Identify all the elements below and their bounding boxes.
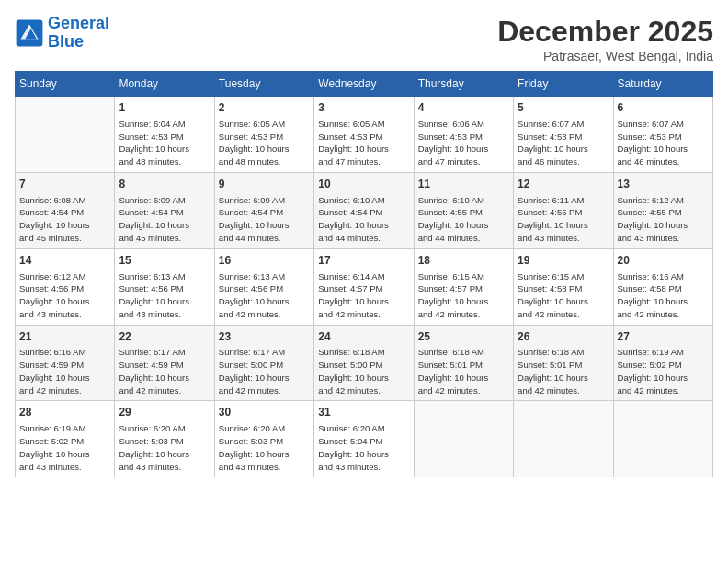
- logo: General Blue: [15, 15, 109, 52]
- day-info: Sunrise: 6:09 AM Sunset: 4:54 PM Dayligh…: [119, 194, 210, 245]
- day-info: Sunrise: 6:07 AM Sunset: 4:53 PM Dayligh…: [618, 118, 709, 168]
- calendar-day-cell: 31Sunrise: 6:20 AM Sunset: 5:04 PM Dayli…: [314, 401, 414, 477]
- calendar-day-cell: 12Sunrise: 6:11 AM Sunset: 4:55 PM Dayli…: [514, 172, 613, 248]
- calendar-day-cell: 16Sunrise: 6:13 AM Sunset: 4:56 PM Dayli…: [214, 248, 313, 325]
- day-number: 15: [119, 253, 210, 269]
- day-info: Sunrise: 6:14 AM Sunset: 4:57 PM Dayligh…: [318, 270, 409, 321]
- calendar-week-row: 7Sunrise: 6:08 AM Sunset: 4:54 PM Daylig…: [16, 172, 713, 248]
- day-info: Sunrise: 6:09 AM Sunset: 4:54 PM Dayligh…: [219, 194, 310, 245]
- day-number: 8: [119, 177, 210, 192]
- day-number: 12: [518, 177, 609, 192]
- day-number: 14: [19, 253, 110, 269]
- day-number: 1: [119, 100, 210, 116]
- calendar-week-row: 28Sunrise: 6:19 AM Sunset: 5:02 PM Dayli…: [16, 401, 713, 477]
- day-number: 3: [318, 100, 409, 116]
- page-header: General Blue December 2025 Patrasaer, We…: [15, 15, 713, 63]
- day-number: 4: [418, 100, 509, 116]
- calendar-day-cell: 11Sunrise: 6:10 AM Sunset: 4:55 PM Dayli…: [414, 172, 513, 248]
- calendar-header-row: SundayMondayTuesdayWednesdayThursdayFrid…: [16, 72, 713, 97]
- calendar-day-cell: [514, 401, 613, 477]
- day-info: Sunrise: 6:04 AM Sunset: 4:53 PM Dayligh…: [119, 118, 210, 168]
- logo-line2: Blue: [48, 32, 84, 51]
- day-info: Sunrise: 6:08 AM Sunset: 4:54 PM Dayligh…: [19, 194, 110, 245]
- day-info: Sunrise: 6:15 AM Sunset: 4:57 PM Dayligh…: [418, 270, 509, 321]
- calendar-day-cell: 23Sunrise: 6:17 AM Sunset: 5:00 PM Dayli…: [214, 325, 313, 401]
- calendar-day-cell: 27Sunrise: 6:19 AM Sunset: 5:02 PM Dayli…: [613, 325, 712, 401]
- day-info: Sunrise: 6:13 AM Sunset: 4:56 PM Dayligh…: [119, 270, 210, 321]
- day-info: Sunrise: 6:20 AM Sunset: 5:04 PM Dayligh…: [318, 422, 409, 473]
- day-info: Sunrise: 6:18 AM Sunset: 5:01 PM Dayligh…: [418, 346, 509, 396]
- logo-line1: General: [48, 14, 109, 32]
- calendar-day-cell: 9Sunrise: 6:09 AM Sunset: 4:54 PM Daylig…: [214, 172, 313, 248]
- calendar-day-cell: 21Sunrise: 6:16 AM Sunset: 4:59 PM Dayli…: [16, 325, 115, 401]
- day-info: Sunrise: 6:05 AM Sunset: 4:53 PM Dayligh…: [318, 118, 409, 168]
- calendar-day-cell: 19Sunrise: 6:15 AM Sunset: 4:58 PM Dayli…: [514, 248, 613, 325]
- day-number: 21: [19, 329, 110, 345]
- calendar-day-cell: 6Sunrise: 6:07 AM Sunset: 4:53 PM Daylig…: [613, 97, 712, 173]
- calendar-day-cell: 3Sunrise: 6:05 AM Sunset: 4:53 PM Daylig…: [314, 97, 414, 173]
- day-info: Sunrise: 6:12 AM Sunset: 4:55 PM Dayligh…: [618, 194, 709, 245]
- day-number: 6: [618, 100, 709, 116]
- weekday-header: Thursday: [414, 72, 513, 97]
- calendar-week-row: 14Sunrise: 6:12 AM Sunset: 4:56 PM Dayli…: [16, 248, 713, 325]
- logo-icon: [15, 18, 44, 48]
- day-number: 29: [119, 405, 210, 420]
- calendar-day-cell: 5Sunrise: 6:07 AM Sunset: 4:53 PM Daylig…: [514, 97, 613, 173]
- day-number: 22: [119, 329, 210, 345]
- calendar-day-cell: 8Sunrise: 6:09 AM Sunset: 4:54 PM Daylig…: [115, 172, 214, 248]
- day-number: 11: [418, 177, 509, 192]
- day-number: 30: [219, 405, 310, 420]
- day-number: 7: [19, 177, 110, 192]
- day-info: Sunrise: 6:16 AM Sunset: 4:59 PM Dayligh…: [19, 346, 110, 396]
- day-info: Sunrise: 6:12 AM Sunset: 4:56 PM Dayligh…: [19, 270, 110, 321]
- calendar-week-row: 21Sunrise: 6:16 AM Sunset: 4:59 PM Dayli…: [16, 325, 713, 401]
- calendar-day-cell: 15Sunrise: 6:13 AM Sunset: 4:56 PM Dayli…: [115, 248, 214, 325]
- day-number: 18: [418, 253, 509, 269]
- day-number: 17: [318, 253, 409, 269]
- calendar-day-cell: 29Sunrise: 6:20 AM Sunset: 5:03 PM Dayli…: [115, 401, 214, 477]
- calendar-day-cell: 2Sunrise: 6:05 AM Sunset: 4:53 PM Daylig…: [214, 97, 313, 173]
- day-info: Sunrise: 6:17 AM Sunset: 4:59 PM Dayligh…: [119, 346, 210, 396]
- calendar-day-cell: 14Sunrise: 6:12 AM Sunset: 4:56 PM Dayli…: [16, 248, 115, 325]
- calendar-day-cell: 22Sunrise: 6:17 AM Sunset: 4:59 PM Dayli…: [115, 325, 214, 401]
- weekday-header: Sunday: [16, 72, 115, 97]
- weekday-header: Saturday: [613, 72, 712, 97]
- weekday-header: Monday: [115, 72, 214, 97]
- day-number: 19: [518, 253, 609, 269]
- day-number: 10: [318, 177, 409, 192]
- calendar-day-cell: [414, 401, 513, 477]
- day-number: 31: [318, 405, 409, 420]
- calendar-day-cell: 26Sunrise: 6:18 AM Sunset: 5:01 PM Dayli…: [514, 325, 613, 401]
- day-info: Sunrise: 6:10 AM Sunset: 4:55 PM Dayligh…: [418, 194, 509, 245]
- day-info: Sunrise: 6:13 AM Sunset: 4:56 PM Dayligh…: [219, 270, 310, 321]
- weekday-header: Tuesday: [214, 72, 313, 97]
- day-number: 13: [618, 177, 709, 192]
- calendar-day-cell: 4Sunrise: 6:06 AM Sunset: 4:53 PM Daylig…: [414, 97, 513, 173]
- day-info: Sunrise: 6:20 AM Sunset: 5:03 PM Dayligh…: [219, 422, 310, 473]
- calendar-day-cell: 18Sunrise: 6:15 AM Sunset: 4:57 PM Dayli…: [414, 248, 513, 325]
- weekday-header: Friday: [514, 72, 613, 97]
- day-info: Sunrise: 6:20 AM Sunset: 5:03 PM Dayligh…: [119, 422, 210, 473]
- calendar-day-cell: 17Sunrise: 6:14 AM Sunset: 4:57 PM Dayli…: [314, 248, 414, 325]
- calendar-day-cell: 1Sunrise: 6:04 AM Sunset: 4:53 PM Daylig…: [115, 97, 214, 173]
- calendar-day-cell: 10Sunrise: 6:10 AM Sunset: 4:54 PM Dayli…: [314, 172, 414, 248]
- month-title: December 2025: [497, 15, 713, 49]
- calendar-day-cell: 30Sunrise: 6:20 AM Sunset: 5:03 PM Dayli…: [214, 401, 313, 477]
- day-info: Sunrise: 6:11 AM Sunset: 4:55 PM Dayligh…: [518, 194, 609, 245]
- day-number: 5: [518, 100, 609, 116]
- calendar-day-cell: 28Sunrise: 6:19 AM Sunset: 5:02 PM Dayli…: [16, 401, 115, 477]
- day-info: Sunrise: 6:18 AM Sunset: 5:00 PM Dayligh…: [318, 346, 409, 396]
- day-info: Sunrise: 6:19 AM Sunset: 5:02 PM Dayligh…: [19, 422, 110, 473]
- calendar-day-cell: 7Sunrise: 6:08 AM Sunset: 4:54 PM Daylig…: [16, 172, 115, 248]
- day-number: 28: [19, 405, 110, 420]
- day-number: 16: [219, 253, 310, 269]
- calendar-day-cell: [16, 97, 115, 173]
- day-info: Sunrise: 6:06 AM Sunset: 4:53 PM Dayligh…: [418, 118, 509, 168]
- day-number: 27: [618, 329, 709, 345]
- day-number: 23: [219, 329, 310, 345]
- day-info: Sunrise: 6:15 AM Sunset: 4:58 PM Dayligh…: [518, 270, 609, 321]
- calendar-day-cell: 24Sunrise: 6:18 AM Sunset: 5:00 PM Dayli…: [314, 325, 414, 401]
- calendar-day-cell: 25Sunrise: 6:18 AM Sunset: 5:01 PM Dayli…: [414, 325, 513, 401]
- day-number: 25: [418, 329, 509, 345]
- day-number: 2: [219, 100, 310, 116]
